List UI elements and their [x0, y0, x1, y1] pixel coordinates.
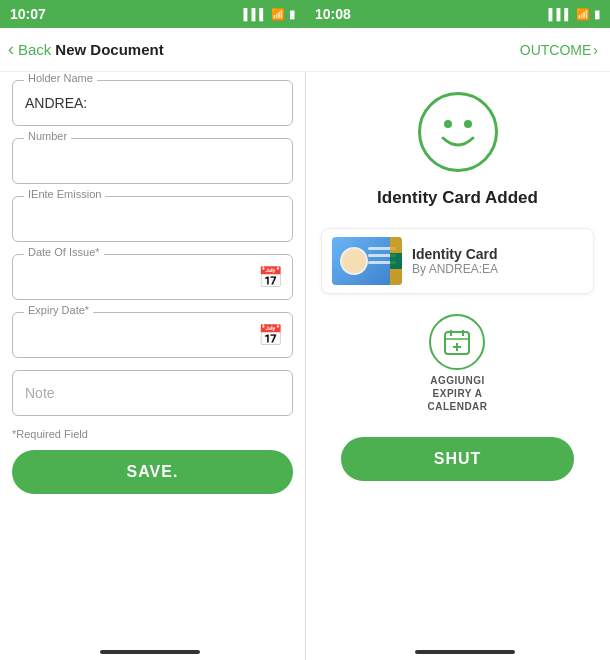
- time-right: 10:08: [315, 6, 351, 22]
- id-card-thumbnail: [332, 237, 402, 285]
- battery-icon-left: ▮: [289, 8, 295, 21]
- calendar-svg-icon: [443, 328, 471, 356]
- status-bar-left: 10:07 ▌▌▌ 📶 ▮: [0, 0, 305, 28]
- battery-icon-right: ▮: [594, 8, 600, 21]
- smiley-svg: [428, 102, 488, 162]
- ente-emission-group: IEnte Emission: [12, 196, 293, 242]
- flag-stripe: [390, 237, 402, 285]
- save-button[interactable]: SAVE.: [12, 450, 293, 494]
- shut-button[interactable]: SHUT: [341, 437, 573, 481]
- wifi-icon-left: 📶: [271, 8, 285, 21]
- date-of-issue-input[interactable]: [12, 254, 293, 300]
- wifi-icon-right: 📶: [576, 8, 590, 21]
- status-bar-right: 10:08 ▌▌▌ 📶 ▮: [305, 0, 610, 28]
- holder-name-input[interactable]: [12, 80, 293, 126]
- ente-emission-label: IEnte Emission: [24, 188, 105, 200]
- card-label: Identity Card: [412, 246, 498, 262]
- date-of-issue-group: Date Of Issue* 📅: [12, 254, 293, 300]
- expiry-date-input[interactable]: [12, 312, 293, 358]
- holder-name-group: Holder Name: [12, 80, 293, 126]
- back-button[interactable]: ‹ Back: [8, 39, 51, 60]
- number-label: Number: [24, 130, 71, 142]
- svg-point-1: [464, 120, 472, 128]
- card-face: [340, 247, 368, 275]
- back-label: Back: [18, 41, 51, 58]
- note-group: [12, 370, 293, 416]
- outcome-label: OUTCOME: [520, 42, 592, 58]
- outcome-button[interactable]: OUTCOME ›: [520, 42, 598, 58]
- nav-bar-left: ‹ Back New Document: [0, 28, 305, 72]
- note-input[interactable]: [12, 370, 293, 416]
- success-title: Identity Card Added: [377, 188, 538, 208]
- panel-divider: [305, 0, 306, 660]
- smiley-face: [418, 92, 498, 172]
- number-group: Number: [12, 138, 293, 184]
- required-note: *Required Field: [12, 428, 293, 440]
- id-card-info: Identity Card By ANDREA:EA: [412, 246, 498, 276]
- calendar-text: AGGIUNGIEXPIRY ACALENDAR: [427, 374, 487, 413]
- nav-bar-right: OUTCOME ›: [305, 28, 610, 72]
- expiry-date-group: Expiry Date* 📅: [12, 312, 293, 358]
- calendar-circle-icon: [429, 314, 485, 370]
- form-panel: Holder Name Number IEnte Emission Date O…: [0, 72, 305, 660]
- id-card-item: Identity Card By ANDREA:EA: [321, 228, 594, 294]
- card-sub: By ANDREA:EA: [412, 262, 498, 276]
- ente-emission-input[interactable]: [12, 196, 293, 242]
- nav-title: New Document: [55, 41, 163, 58]
- svg-point-0: [444, 120, 452, 128]
- number-input[interactable]: [12, 138, 293, 184]
- expiry-date-label: Expiry Date*: [24, 304, 93, 316]
- holder-name-label: Holder Name: [24, 72, 97, 84]
- signal-icon-right: ▌▌▌: [549, 8, 572, 20]
- signal-icon-left: ▌▌▌: [244, 8, 267, 20]
- home-indicator-left: [100, 650, 200, 654]
- time-left: 10:07: [10, 6, 46, 22]
- add-to-calendar[interactable]: AGGIUNGIEXPIRY ACALENDAR: [427, 314, 487, 413]
- home-indicator-right: [415, 650, 515, 654]
- success-panel: Identity Card Added Identity Card By AND…: [305, 72, 610, 660]
- date-of-issue-label: Date Of Issue*: [24, 246, 104, 258]
- outcome-chevron-icon: ›: [593, 42, 598, 58]
- back-chevron-icon: ‹: [8, 39, 14, 60]
